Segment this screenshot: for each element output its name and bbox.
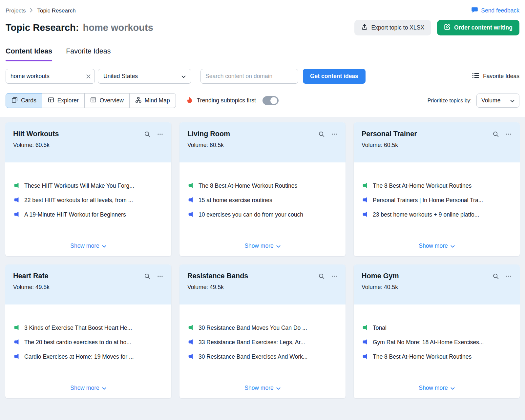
search-icon[interactable] <box>318 131 325 137</box>
idea-text: 22 best HIIT workouts for all levels, fr… <box>24 197 133 204</box>
idea-text: These HIIT Workouts Will Make You Forg..… <box>24 182 134 190</box>
idea-text: 33 Resistance Band Exercises: Legs, Ar..… <box>199 339 305 346</box>
topic-card-header-text: Resistance Bands Volume: 49.5k <box>187 272 248 291</box>
chevron-down-icon <box>102 385 106 391</box>
megaphone-icon <box>13 211 19 217</box>
prioritize-value: Volume <box>481 97 500 104</box>
chevron-down-icon <box>276 385 281 391</box>
idea-item[interactable]: 22 best HIIT workouts for all levels, fr… <box>13 197 163 204</box>
topic-card-actions <box>318 130 338 137</box>
ellipsis-menu-icon[interactable] <box>331 131 338 137</box>
ellipsis-menu-icon[interactable] <box>157 131 163 137</box>
show-more-button[interactable]: Show more <box>188 385 337 391</box>
ellipsis-menu-icon[interactable] <box>331 273 338 280</box>
topic-card-body: 3 Kinds of Exercise That Boost Heart He.… <box>5 304 171 398</box>
topic-card-header: Home Gym Volume: 40.5k <box>354 264 520 304</box>
idea-item[interactable]: 15 at home exercise routines <box>188 197 337 204</box>
megaphone-icon <box>362 197 368 203</box>
cards-grid: Hiit Workouts Volume: 60.5k These HIIT W… <box>0 117 525 420</box>
clear-query-icon[interactable] <box>86 74 91 78</box>
top-section: Projects Topic Research Send feedback To… <box>0 0 525 108</box>
flame-icon <box>186 96 193 105</box>
export-xlsx-button[interactable]: Export topic to XLSX <box>354 20 431 35</box>
search-icon[interactable] <box>493 273 499 280</box>
idea-text: The 8 Best At-Home Workout Routines <box>373 182 472 190</box>
idea-item[interactable]: 10 exercises you can do from your couch <box>188 211 337 219</box>
show-more-button[interactable]: Show more <box>188 242 337 249</box>
megaphone-icon <box>362 211 368 217</box>
chevron-down-icon <box>276 242 281 249</box>
topic-card: Personal Trainer Volume: 60.5k The 8 Bes… <box>354 122 520 256</box>
idea-item[interactable]: The 20 best cardio exercises to do at ho… <box>13 339 163 346</box>
topic-card-actions <box>493 130 512 137</box>
ellipsis-menu-icon[interactable] <box>505 273 512 280</box>
show-more-button[interactable]: Show more <box>362 385 512 391</box>
topic-card: Resistance Bands Volume: 49.5k 30 Resist… <box>179 264 346 398</box>
view-cards-button[interactable]: Cards <box>6 93 42 108</box>
idea-item[interactable]: 33 Resistance Band Exercises: Legs, Ar..… <box>188 339 337 346</box>
country-select[interactable]: United States <box>98 69 191 84</box>
domain-search-input[interactable] <box>200 69 298 84</box>
query-input-wrap <box>6 69 95 84</box>
tab-content-ideas[interactable]: Content Ideas <box>6 47 52 61</box>
idea-item[interactable]: The 8 Best At-Home Workout Routines <box>362 182 512 190</box>
topic-query-input[interactable] <box>6 69 95 84</box>
send-feedback-label: Send feedback <box>481 7 519 14</box>
idea-item[interactable]: 23 best home workouts + 9 online platfo.… <box>362 211 512 219</box>
idea-item[interactable]: Personal Trainers | In Home Personal Tra… <box>362 197 512 204</box>
title-row: Topic Research:home workouts Export topi… <box>6 20 519 35</box>
prioritize-select[interactable]: Volume <box>476 94 519 108</box>
search-icon[interactable] <box>318 273 325 280</box>
volume-value: 60.5k <box>210 142 224 148</box>
view-mindmap-button[interactable]: Mind Map <box>129 93 176 108</box>
chat-bubble-icon <box>471 7 478 15</box>
export-label: Export topic to XLSX <box>371 24 424 31</box>
breadcrumb-projects[interactable]: Projects <box>6 8 26 14</box>
topic-card-body: The 8 Best At-Home Workout Routines 15 a… <box>179 162 346 256</box>
tab-favorite-ideas[interactable]: Favorite Ideas <box>66 47 111 61</box>
view-explorer-button[interactable]: Explorer <box>42 93 85 108</box>
search-icon[interactable] <box>493 131 499 137</box>
show-more-button[interactable]: Show more <box>362 242 512 249</box>
trending-toggle[interactable] <box>262 96 279 105</box>
view-overview-label: Overview <box>100 97 124 104</box>
get-content-ideas-button[interactable]: Get content ideas <box>303 69 366 84</box>
megaphone-icon <box>188 197 194 203</box>
idea-text: 10 exercises you can do from your couch <box>199 211 303 219</box>
search-icon[interactable] <box>144 131 151 137</box>
topic-card-header: Resistance Bands Volume: 49.5k <box>179 264 346 304</box>
idea-list: Tonal Gym Rat No More: 18 At-Home Exerci… <box>362 325 512 368</box>
megaphone-icon <box>362 182 368 188</box>
send-feedback-link[interactable]: Send feedback <box>471 7 519 15</box>
show-more-button[interactable]: Show more <box>13 242 163 249</box>
megaphone-icon <box>188 211 194 217</box>
idea-text: 30 Resistance Band Exercises And Work... <box>199 353 307 361</box>
idea-item[interactable]: Cardio Exercises at Home: 19 Moves for .… <box>13 353 163 361</box>
idea-item[interactable]: 30 Resistance Band Moves You Can Do ... <box>188 325 337 332</box>
idea-item[interactable]: 3 Kinds of Exercise That Boost Heart He.… <box>13 325 163 332</box>
idea-item[interactable]: The 8 Best At-Home Workout Routines <box>188 182 337 190</box>
show-more-button[interactable]: Show more <box>13 385 163 391</box>
idea-item[interactable]: The 8 Best At-Home Workout Routines <box>362 353 512 361</box>
toggle-knob <box>270 97 277 104</box>
topic-volume: Volume: 60.5k <box>362 142 417 149</box>
idea-item[interactable]: 30 Resistance Band Exercises And Work... <box>188 353 337 361</box>
topic-card-header-text: Living Room Volume: 60.5k <box>187 130 230 149</box>
idea-text: 30 Resistance Band Moves You Can Do ... <box>199 325 307 332</box>
order-content-writing-button[interactable]: Order content writing <box>437 20 519 35</box>
topic-title: Hiit Workouts <box>13 130 59 138</box>
ellipsis-menu-icon[interactable] <box>505 131 512 137</box>
idea-item[interactable]: A 19-Minute HIIT Workout for Beginners <box>13 211 163 219</box>
topic-card-header: Heart Rate Volume: 49.5k <box>5 264 171 304</box>
ellipsis-menu-icon[interactable] <box>157 273 163 280</box>
megaphone-icon <box>13 353 19 359</box>
megaphone-icon <box>188 325 194 330</box>
megaphone-icon <box>13 325 19 330</box>
favorite-ideas-link[interactable]: Favorite Ideas <box>472 73 519 80</box>
search-icon[interactable] <box>144 273 151 280</box>
idea-item[interactable]: These HIIT Workouts Will Make You Forg..… <box>13 182 163 190</box>
idea-item[interactable]: Gym Rat No More: 18 At-Home Exercises... <box>362 339 512 346</box>
idea-item[interactable]: Tonal <box>362 325 512 332</box>
show-more-label: Show more <box>70 385 99 391</box>
view-overview-button[interactable]: Overview <box>84 93 130 108</box>
